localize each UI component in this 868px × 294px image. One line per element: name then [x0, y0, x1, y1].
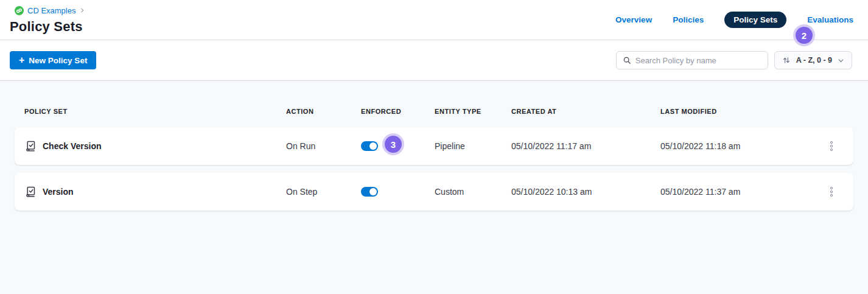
last-modified-cell: 05/10/2022 11:18 am	[660, 141, 814, 151]
header-left: CD Examples Policy Sets	[10, 5, 85, 35]
row-menu-button[interactable]	[823, 138, 840, 155]
last-modified-cell: 05/10/2022 11:37 am	[660, 187, 814, 197]
column-header-entity-type: ENTITY TYPE	[435, 108, 511, 115]
toggle-knob	[369, 188, 377, 195]
column-header-last-modified: LAST MODIFIED	[660, 108, 814, 115]
kebab-icon	[830, 141, 833, 144]
tab-evaluations[interactable]: Evaluations	[807, 15, 853, 24]
created-at-cell: 05/10/2022 11:17 am	[511, 141, 660, 151]
policy-set-icon	[24, 186, 37, 198]
enforced-toggle[interactable]	[361, 187, 378, 197]
chevron-right-icon	[79, 7, 85, 13]
entity-type-cell: Custom	[435, 187, 511, 197]
policy-set-list: POLICY SET ACTION ENFORCED ENTITY TYPE C…	[0, 81, 868, 294]
new-policy-set-button-label: New Policy Set	[29, 56, 87, 65]
table-row[interactable]: Version On Step Custom 05/10/2022 10:13 …	[15, 173, 853, 211]
page-header: CD Examples Policy Sets Overview Policie…	[0, 0, 868, 40]
sort-selected-value: A - Z, 0 - 9	[796, 56, 832, 65]
kebab-icon	[830, 187, 833, 189]
tab-policy-sets[interactable]: Policy Sets	[724, 12, 786, 28]
project-link-icon	[15, 6, 24, 15]
tab-overview[interactable]: Overview	[615, 15, 652, 24]
row-menu-button[interactable]	[823, 183, 840, 200]
search-input[interactable]	[635, 56, 761, 65]
table-header-row: POLICY SET ACTION ENFORCED ENTITY TYPE C…	[15, 108, 853, 115]
search-icon	[623, 56, 631, 65]
entity-type-cell: Pipeline	[435, 141, 511, 151]
created-at-cell: 05/10/2022 10:13 am	[511, 187, 660, 197]
breadcrumb: CD Examples	[15, 5, 85, 16]
action-cell: On Step	[286, 187, 361, 197]
action-cell: On Run	[286, 141, 361, 151]
sort-arrows-icon	[782, 56, 791, 65]
sort-dropdown[interactable]: A - Z, 0 - 9	[774, 51, 852, 69]
column-header-enforced: ENFORCED	[361, 108, 435, 115]
chevron-down-icon	[838, 57, 844, 64]
column-header-policy-set: POLICY SET	[24, 108, 286, 115]
search-box	[616, 51, 768, 69]
annotation-step-badge-3: 3	[385, 136, 402, 153]
breadcrumb-project-link[interactable]: CD Examples	[27, 6, 75, 15]
column-header-action: ACTION	[286, 108, 361, 115]
toolbar: + New Policy Set A - Z, 0 - 9	[0, 40, 868, 81]
page-title: Policy Sets	[10, 19, 85, 35]
policy-set-name: Check Version	[43, 141, 102, 151]
annotation-step-badge-2: 2	[796, 27, 813, 44]
table-row[interactable]: Check Version On Run Pipeline 05/10/2022…	[15, 127, 853, 165]
column-header-created-at: CREATED AT	[511, 108, 660, 115]
plus-icon: +	[19, 55, 24, 65]
new-policy-set-button[interactable]: + New Policy Set	[10, 51, 96, 69]
toolbar-right: A - Z, 0 - 9	[616, 51, 852, 69]
tab-bar: Overview Policies Policy Sets Evaluation…	[615, 12, 853, 28]
policy-set-name: Version	[43, 187, 74, 197]
toggle-knob	[369, 142, 377, 150]
enforced-toggle[interactable]	[361, 141, 378, 151]
policy-set-icon	[24, 140, 37, 152]
tab-policies[interactable]: Policies	[673, 15, 704, 24]
